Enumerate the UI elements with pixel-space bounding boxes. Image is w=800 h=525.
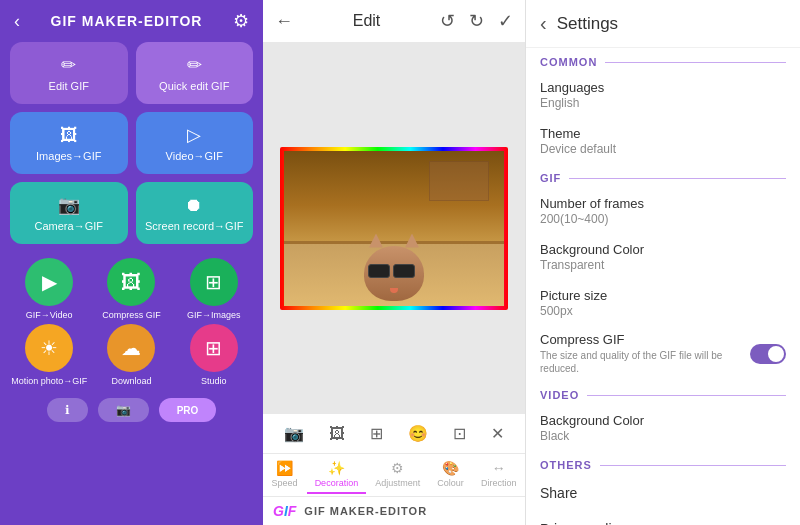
compress-gif-title: Compress GIF bbox=[540, 332, 750, 347]
app-title-bottom: GIF MAKER-EDITOR bbox=[304, 505, 427, 517]
tab-speed[interactable]: ⏩ Speed bbox=[264, 456, 306, 494]
direction-tab-label: Direction bbox=[481, 478, 517, 488]
tab-decoration[interactable]: ✨ Decoration bbox=[307, 456, 367, 494]
mid-header: ← Edit ↺ ↻ ✓ bbox=[263, 0, 525, 43]
gif-video-icon: ▶ bbox=[25, 258, 73, 306]
camera-gif-label: Camera→GIF bbox=[35, 220, 103, 232]
gif-images-icon: ⊞ bbox=[190, 258, 238, 306]
grid-tool-icon[interactable]: ⊞ bbox=[370, 424, 383, 443]
languages-value: English bbox=[540, 96, 786, 110]
video-gif-icon: ▷ bbox=[187, 124, 201, 146]
cat-gif-frame bbox=[284, 151, 504, 306]
theme-value: Device default bbox=[540, 142, 786, 156]
video-bg-color-item[interactable]: Background Color Black bbox=[526, 405, 800, 451]
edit-gif-label: Edit GIF bbox=[49, 80, 89, 92]
tab-adjustment[interactable]: ⚙ Adjustment bbox=[367, 456, 428, 494]
video-gif-label: Video→GIF bbox=[166, 150, 223, 162]
images-gif-label: Images→GIF bbox=[36, 150, 101, 162]
quick-edit-label: Quick edit GIF bbox=[159, 80, 229, 92]
motion-photo-label: Motion photo→GIF bbox=[11, 376, 87, 386]
bg-color-value: Transparent bbox=[540, 258, 786, 272]
settings-icon[interactable]: ⚙ bbox=[233, 10, 249, 32]
screen-record-button[interactable]: ⏺ Screen record→GIF bbox=[136, 182, 254, 244]
toolbar-strip: 📷 🖼 ⊞ 😊 ⊡ ✕ bbox=[263, 413, 525, 453]
share-item[interactable]: Share bbox=[526, 475, 800, 511]
gif-video-button[interactable]: ▶ GIF→Video bbox=[10, 258, 88, 320]
compress-gif-button[interactable]: 🖼 Compress GIF bbox=[92, 258, 170, 320]
studio-label: Studio bbox=[201, 376, 227, 386]
mid-bottom-bar: GIF GIF MAKER-EDITOR bbox=[263, 496, 525, 525]
pro-button[interactable]: PRO bbox=[159, 398, 217, 422]
bg-color-item[interactable]: Background Color Transparent bbox=[526, 234, 800, 280]
gif-label: GIF bbox=[540, 172, 561, 184]
video-gif-button[interactable]: ▷ Video→GIF bbox=[136, 112, 254, 174]
emoji-tool-icon[interactable]: 😊 bbox=[408, 424, 428, 443]
back-icon[interactable]: ‹ bbox=[14, 11, 20, 32]
images-gif-button[interactable]: 🖼 Images→GIF bbox=[10, 112, 128, 174]
picture-size-item[interactable]: Picture size 500px bbox=[526, 280, 800, 326]
camera-tool-icon[interactable]: 📷 bbox=[284, 424, 304, 443]
tab-direction[interactable]: ↔ Direction bbox=[473, 456, 525, 494]
download-button[interactable]: ☁ Download bbox=[92, 324, 170, 386]
compress-gif-icon: 🖼 bbox=[107, 258, 155, 306]
circle-buttons-grid: ▶ GIF→Video 🖼 Compress GIF ⊞ GIF→Images … bbox=[0, 252, 263, 392]
left-header: ‹ GIF MAKER-EDITOR ⚙ bbox=[0, 0, 263, 42]
left-footer: ℹ 📷 PRO bbox=[0, 392, 263, 428]
gif-images-button[interactable]: ⊞ GIF→Images bbox=[175, 258, 253, 320]
bg-color-title: Background Color bbox=[540, 242, 786, 257]
gif-images-label: GIF→Images bbox=[187, 310, 241, 320]
screen-record-label: Screen record→GIF bbox=[145, 220, 243, 232]
common-divider bbox=[605, 62, 786, 63]
edit-gif-button[interactable]: ✏ Edit GIF bbox=[10, 42, 128, 104]
edit-tab-strip: ⏩ Speed ✨ Decoration ⚙ Adjustment 🎨 Colo… bbox=[263, 453, 525, 496]
confirm-icon[interactable]: ✓ bbox=[498, 10, 513, 32]
motion-photo-button[interactable]: ☀ Motion photo→GIF bbox=[10, 324, 88, 386]
adjustment-tab-icon: ⚙ bbox=[391, 460, 404, 476]
others-divider bbox=[600, 465, 786, 466]
gif-divider bbox=[569, 178, 786, 179]
settings-title: Settings bbox=[557, 14, 618, 34]
mid-title: Edit bbox=[353, 12, 381, 30]
rainbow-border bbox=[280, 147, 508, 310]
app-title: GIF MAKER-EDITOR bbox=[51, 13, 203, 29]
languages-title: Languages bbox=[540, 80, 786, 95]
studio-icon: ⊞ bbox=[190, 324, 238, 372]
toolbar-icons-row: 📷 🖼 ⊞ 😊 ⊡ ✕ bbox=[263, 420, 525, 447]
compress-gif-left: Compress GIF The size and quality of the… bbox=[540, 332, 750, 375]
gif-video-label: GIF→Video bbox=[26, 310, 73, 320]
speed-tab-label: Speed bbox=[272, 478, 298, 488]
theme-item[interactable]: Theme Device default bbox=[526, 118, 800, 164]
bg-element bbox=[429, 161, 489, 201]
mid-panel: ← Edit ↺ ↻ ✓ bbox=[263, 0, 526, 525]
theme-title: Theme bbox=[540, 126, 786, 141]
video-divider bbox=[587, 395, 786, 396]
studio-button[interactable]: ⊞ Studio bbox=[175, 324, 253, 386]
compress-gif-desc: The size and quality of the GIF file wil… bbox=[540, 349, 750, 375]
redo-icon[interactable]: ↻ bbox=[469, 10, 484, 32]
camera-footer-button[interactable]: 📷 bbox=[98, 398, 149, 422]
quick-edit-gif-button[interactable]: ✏ Quick edit GIF bbox=[136, 42, 254, 104]
info-button[interactable]: ℹ bbox=[47, 398, 88, 422]
tab-colour[interactable]: 🎨 Colour bbox=[429, 456, 472, 494]
mid-back-icon[interactable]: ← bbox=[275, 11, 293, 32]
privacy-policy-item[interactable]: Privacy policy bbox=[526, 511, 800, 525]
compress-gif-row: Compress GIF The size and quality of the… bbox=[526, 326, 800, 381]
camera-gif-icon: 📷 bbox=[58, 194, 80, 216]
adjustment-tab-label: Adjustment bbox=[375, 478, 420, 488]
decoration-tab-icon: ✨ bbox=[328, 460, 345, 476]
picture-size-value: 500px bbox=[540, 304, 786, 318]
common-section-header: COMMON bbox=[526, 48, 800, 72]
image-tool-icon[interactable]: 🖼 bbox=[329, 425, 345, 443]
settings-back-icon[interactable]: ‹ bbox=[540, 12, 547, 35]
num-frames-item[interactable]: Number of frames 200(10~400) bbox=[526, 188, 800, 234]
camera-gif-button[interactable]: 📷 Camera→GIF bbox=[10, 182, 128, 244]
compress-gif-toggle[interactable] bbox=[750, 344, 786, 364]
num-frames-title: Number of frames bbox=[540, 196, 786, 211]
main-grid-buttons: ✏ Edit GIF ✏ Quick edit GIF 🖼 Images→GIF… bbox=[0, 42, 263, 252]
languages-item[interactable]: Languages English bbox=[526, 72, 800, 118]
right-header: ‹ Settings bbox=[526, 0, 800, 48]
undo-icon[interactable]: ↺ bbox=[440, 10, 455, 32]
gif-section-header: GIF bbox=[526, 164, 800, 188]
box-tool-icon[interactable]: ⊡ bbox=[453, 424, 466, 443]
close-tool-icon[interactable]: ✕ bbox=[491, 424, 504, 443]
